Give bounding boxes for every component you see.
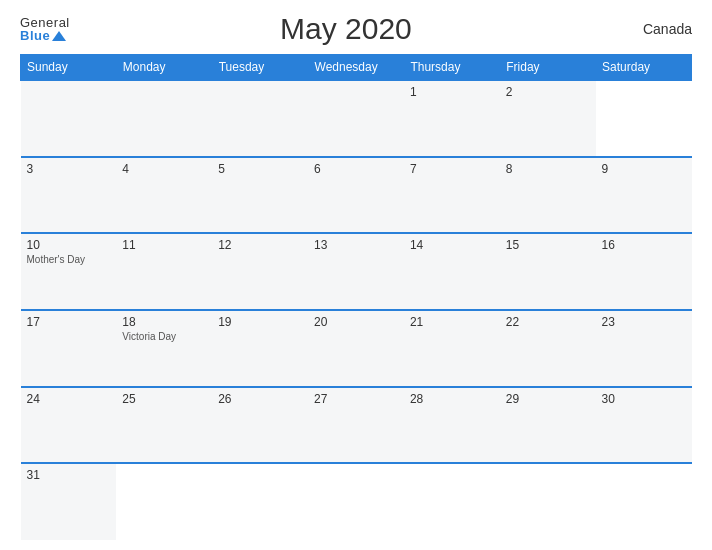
calendar-day — [596, 463, 692, 540]
calendar-day: 21 — [404, 310, 500, 387]
calendar-week-row: 10Mother's Day111213141516 — [21, 233, 692, 310]
weekday-header-row: Sunday Monday Tuesday Wednesday Thursday… — [21, 55, 692, 81]
calendar-week-row: 24252627282930 — [21, 387, 692, 464]
calendar-day: 4 — [116, 157, 212, 234]
header-saturday: Saturday — [596, 55, 692, 81]
calendar-day — [212, 463, 308, 540]
calendar-day — [116, 463, 212, 540]
calendar-day: 14 — [404, 233, 500, 310]
calendar-day: 9 — [596, 157, 692, 234]
calendar-day: 30 — [596, 387, 692, 464]
calendar-day: 7 — [404, 157, 500, 234]
header-monday: Monday — [116, 55, 212, 81]
calendar-day: 26 — [212, 387, 308, 464]
calendar-week-row: 3456789 — [21, 157, 692, 234]
header-wednesday: Wednesday — [308, 55, 404, 81]
calendar-day: 24 — [21, 387, 117, 464]
header-tuesday: Tuesday — [212, 55, 308, 81]
country-label: Canada — [622, 21, 692, 37]
calendar-day: 3 — [21, 157, 117, 234]
calendar-day: 10Mother's Day — [21, 233, 117, 310]
calendar-day: 15 — [500, 233, 596, 310]
calendar-day: 5 — [212, 157, 308, 234]
calendar-week-row: 12 — [21, 80, 692, 157]
calendar-day: 11 — [116, 233, 212, 310]
calendar-day: 17 — [21, 310, 117, 387]
calendar-title: May 2020 — [70, 12, 622, 46]
header: General Blue May 2020 Canada — [20, 12, 692, 46]
empty-cell — [21, 80, 404, 157]
header-sunday: Sunday — [21, 55, 117, 81]
calendar-day: 20 — [308, 310, 404, 387]
calendar-day: 8 — [500, 157, 596, 234]
logo-triangle-icon — [52, 31, 66, 41]
calendar-day: 2 — [500, 80, 596, 157]
calendar-week-row: 1718Victoria Day1920212223 — [21, 310, 692, 387]
calendar-table: Sunday Monday Tuesday Wednesday Thursday… — [20, 54, 692, 540]
header-thursday: Thursday — [404, 55, 500, 81]
calendar-day — [500, 463, 596, 540]
calendar-day: 1 — [404, 80, 500, 157]
calendar-day: 22 — [500, 310, 596, 387]
calendar-day: 27 — [308, 387, 404, 464]
logo: General Blue — [20, 16, 70, 42]
page: General Blue May 2020 Canada Sunday Mond… — [0, 0, 712, 550]
calendar-day — [404, 463, 500, 540]
header-friday: Friday — [500, 55, 596, 81]
calendar-day: 18Victoria Day — [116, 310, 212, 387]
logo-blue-text: Blue — [20, 29, 50, 42]
calendar-day: 19 — [212, 310, 308, 387]
calendar-day: 13 — [308, 233, 404, 310]
calendar-day: 23 — [596, 310, 692, 387]
calendar-day: 28 — [404, 387, 500, 464]
logo-row: Blue — [20, 29, 66, 42]
calendar-day: 31 — [21, 463, 117, 540]
calendar-day — [308, 463, 404, 540]
calendar-day: 16 — [596, 233, 692, 310]
calendar-day: 12 — [212, 233, 308, 310]
calendar-day: 6 — [308, 157, 404, 234]
calendar-day: 29 — [500, 387, 596, 464]
calendar-week-row: 31 — [21, 463, 692, 540]
calendar-day: 25 — [116, 387, 212, 464]
